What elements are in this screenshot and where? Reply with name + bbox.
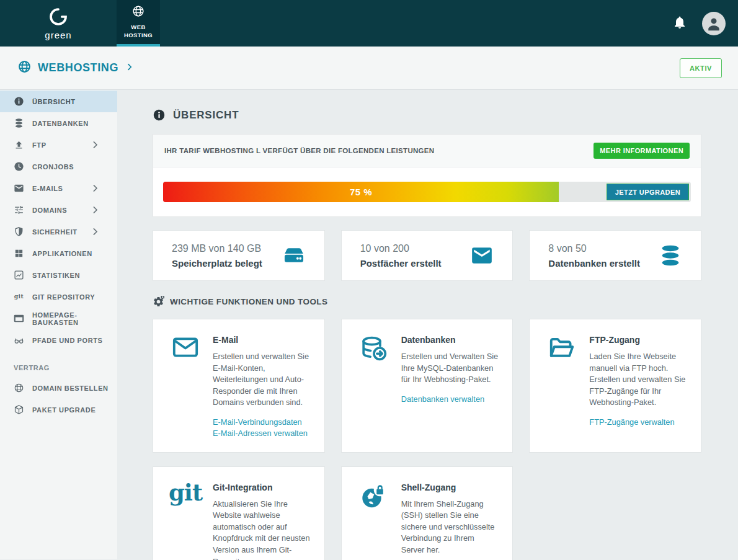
sidebar-item-git-repository[interactable]: git GIT REPOSITORY: [0, 286, 117, 308]
sidebar-item-domains[interactable]: DOMAINS: [0, 199, 117, 221]
globe-icon: [14, 383, 24, 393]
globe-lock-icon: [359, 482, 389, 560]
stat-card-postfaecher: 10 von 200 Postfächer erstellt: [341, 230, 513, 281]
tools-section-title: WICHTIGE FUNKTIONEN UND TOOLS: [153, 296, 701, 308]
sidebar-item-statistiken[interactable]: STATISTIKEN: [0, 264, 117, 286]
info-icon: [14, 96, 24, 107]
topbar-actions: [672, 0, 738, 47]
breadcrumb-label: WEBHOSTING: [38, 61, 118, 74]
tool-card-shell: Shell-Zugang Mit Ihrem Shell-Zugang (SSH…: [341, 466, 513, 560]
account-button[interactable]: [702, 12, 726, 35]
folder-open-icon: [547, 335, 577, 440]
stat-card-datenbanken: 8 von 50 Datenbanken erstellt: [529, 230, 701, 281]
status-badge: AKTIV: [680, 58, 722, 78]
tool-card-datenbanken: Datenbanken Erstellen und Verwalten Sie …: [341, 319, 513, 453]
globe-icon: [17, 60, 32, 76]
breadcrumb[interactable]: WEBHOSTING: [17, 60, 135, 76]
usage-percent-label: 75 %: [350, 187, 372, 197]
package-icon: [14, 404, 24, 415]
breadcrumb-row: WEBHOSTING AKTIV: [0, 47, 738, 90]
tab-webhosting[interactable]: WEBHOSTING: [117, 0, 160, 47]
tools-grid: E-Mail Erstellen und verwalten Sie E-Mai…: [153, 319, 701, 560]
sidebar-item-domain-bestellen[interactable]: DOMAIN BESTELLEN: [0, 377, 117, 399]
tariff-body: 75 % JETZT UPGRADEN: [153, 167, 701, 216]
upload-icon: [14, 140, 24, 150]
email-adressen-verwalten-link[interactable]: E-Mail-Adressen verwalten: [213, 428, 311, 440]
sidebar-item-cronjobs[interactable]: CRONJOBS: [0, 156, 117, 177]
chevron-right-icon: [125, 62, 135, 74]
sidebar-item-paket-upgrade[interactable]: PAKET UPGRADE: [0, 399, 117, 420]
tool-card-ftp: FTP-Zugang Laden Sie Ihre Webseite manue…: [529, 319, 701, 453]
bell-icon: [672, 15, 687, 32]
database-icon: [14, 118, 24, 128]
apps-icon: [14, 248, 24, 259]
chart-icon: [14, 270, 24, 280]
ftp-zugaenge-verwalten-link[interactable]: FTP-Zugänge verwalten: [589, 417, 687, 429]
upgrade-now-button[interactable]: JETZT UPGRADEN: [607, 184, 689, 200]
git-icon: git: [14, 291, 24, 302]
sidebar-item-pfade-und-ports[interactable]: PFADE UND PORTS: [0, 329, 117, 351]
sidebar-section-vertrag: VERTRAG: [0, 358, 117, 377]
logo-text: green: [45, 30, 71, 40]
stat-card-speicherplatz: 239 MB von 140 GB Speicherplatz belegt: [153, 230, 325, 281]
clock-icon: [14, 161, 24, 172]
sidebar: ÜBERSICHT DATENBANKEN FTP CRONJOBS E-MAI…: [0, 90, 117, 559]
sidebar-item-ftp[interactable]: FTP: [0, 134, 117, 156]
sidebar-item-emails[interactable]: E-MAILS: [0, 177, 117, 199]
database-icon: [659, 244, 682, 267]
usage-progress-bar: 75 % JETZT UPGRADEN: [163, 182, 691, 202]
tool-card-git: git Git-Integration Aktualisieren Sie Ih…: [153, 466, 325, 560]
svg-text:git: git: [14, 293, 24, 300]
globe-icon: [131, 4, 145, 20]
stats-row: 239 MB von 140 GB Speicherplatz belegt 1…: [153, 230, 701, 281]
page-title: ÜBERSICHT: [153, 109, 701, 122]
sliders-icon: [14, 205, 24, 215]
sidebar-item-sicherheit[interactable]: SICHERHEIT: [0, 221, 117, 242]
sidebar-item-homepage-baukasten[interactable]: HOMEPAGE-BAUKASTEN: [0, 308, 117, 329]
green-logo[interactable]: green: [0, 0, 117, 47]
glasses-icon: [14, 335, 24, 345]
usage-progress-fill: 75 %: [163, 182, 559, 202]
person-icon: [705, 14, 723, 35]
tool-card-email: E-Mail Erstellen und verwalten Sie E-Mai…: [153, 319, 325, 453]
sidebar-item-datenbanken[interactable]: DATENBANKEN: [0, 112, 117, 134]
database-arrow-icon: [359, 335, 389, 440]
topbar: green WEBHOSTING: [0, 0, 738, 47]
chevron-right-icon: [90, 226, 109, 237]
sidebar-item-applikationen[interactable]: APPLIKATIONEN: [0, 242, 117, 264]
green-logo-icon: [48, 7, 68, 29]
tariff-header: IHR TARIF WEBHOSTING L VERFÜGT ÜBER DIE …: [153, 135, 701, 167]
main-content: ÜBERSICHT IHR TARIF WEBHOSTING L VERFÜGT…: [117, 90, 738, 559]
mail-icon: [470, 244, 494, 267]
mail-icon: [14, 183, 24, 193]
shield-icon: [14, 226, 24, 237]
datenbanken-verwalten-link[interactable]: Datenbanken verwalten: [401, 394, 499, 406]
window-icon: [14, 313, 24, 324]
gears-icon: [153, 296, 164, 308]
notifications-button[interactable]: [672, 15, 687, 32]
email-verbindungsdaten-link[interactable]: E-Mail-Verbindungsdaten: [213, 417, 311, 429]
tab-label: WEBHOSTING: [124, 24, 153, 40]
chevron-right-icon: [90, 183, 109, 193]
sidebar-item-uebersicht[interactable]: ÜBERSICHT: [0, 91, 117, 112]
envelope-icon: [171, 335, 200, 440]
tariff-header-label: IHR TARIF WEBHOSTING L VERFÜGT ÜBER DIE …: [164, 147, 434, 154]
info-icon: [153, 109, 166, 122]
storage-icon: [282, 244, 306, 267]
chevron-right-icon: [90, 205, 109, 215]
tariff-panel: IHR TARIF WEBHOSTING L VERFÜGT ÜBER DIE …: [153, 134, 701, 217]
chevron-right-icon: [90, 140, 109, 150]
more-information-button[interactable]: MEHR INFORMATIONEN: [594, 143, 690, 159]
git-logo: git: [171, 482, 200, 560]
